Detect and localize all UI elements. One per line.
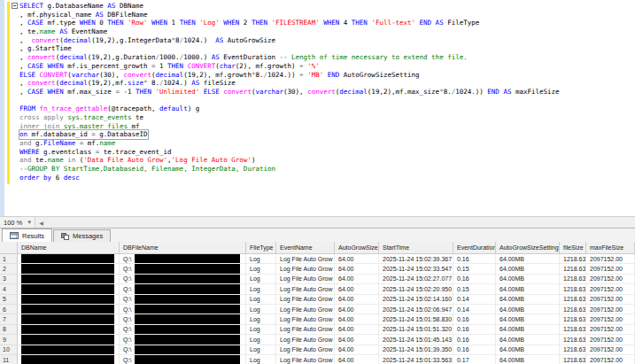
cell-eventname[interactable]: Log File Auto Grow <box>276 264 335 274</box>
row-number[interactable]: 10 <box>0 345 18 355</box>
cell-dbfilename[interactable]: Q:\ <box>120 345 246 355</box>
cell-filetype[interactable]: Log <box>246 254 276 264</box>
column-header-EventName[interactable]: EventName <box>276 242 335 253</box>
cell-eventduration[interactable]: 0.16 <box>453 325 496 335</box>
cell-filesize[interactable]: 1218.63 <box>560 314 586 324</box>
code-line[interactable]: inner join sys.master_files mf <box>19 122 635 131</box>
table-row[interactable]: 9Q:\LogLog File Auto Grow64.002025-11-24… <box>0 335 635 345</box>
cell-filetype[interactable]: Log <box>246 264 276 274</box>
code-line[interactable]: ELSE CONVERT(varchar(30), convert(decima… <box>19 71 635 80</box>
cell-maxfilesize[interactable]: 2097152.00 <box>586 295 635 305</box>
cell-maxfilesize[interactable]: 2097152.00 <box>586 275 635 284</box>
cell-dbfilename[interactable]: Q:\ <box>120 264 246 274</box>
cell-filesize[interactable]: 1218.63 <box>560 295 586 305</box>
cell-dbname[interactable] <box>18 295 120 305</box>
cell-autogrowsizesetting[interactable]: 64.00MB <box>496 314 560 324</box>
cell-eventname[interactable]: Log File Auto Grow <box>276 254 335 264</box>
row-number[interactable]: 2 <box>0 264 18 274</box>
code-line[interactable]: cross apply sys.trace_events te <box>19 113 635 122</box>
horizontal-scrollbar[interactable]: ◀ <box>35 217 635 228</box>
cell-autogrowsizesetting[interactable]: 64.00MB <box>496 305 560 314</box>
table-row[interactable]: 11Q:\LogLog File Auto Grow64.002025-11-2… <box>0 355 635 364</box>
column-header-FileType[interactable]: FileType <box>246 242 276 253</box>
cell-filesize[interactable]: 1218.63 <box>560 335 586 345</box>
table-row[interactable]: 6Q:\LogLog File Auto Grow64.002025-11-24… <box>0 305 635 314</box>
cell-filesize[interactable]: 1218.63 <box>560 325 586 335</box>
cell-starttime[interactable]: 2025-11-24 15:01:58.830 <box>379 314 453 324</box>
cell-eventduration[interactable]: 0.14 <box>453 305 496 314</box>
cell-eventname[interactable]: Log File Auto Grow <box>276 295 335 305</box>
cell-eventduration[interactable]: 0.16 <box>453 275 496 284</box>
sql-editor[interactable]: SELECT g.DatabaseName AS DBName, mf.phys… <box>0 0 635 216</box>
cell-starttime[interactable]: 2025-11-24 15:01:33.563 <box>379 355 453 364</box>
code-line[interactable] <box>19 97 635 105</box>
cell-filetype[interactable]: Log <box>246 275 276 284</box>
cell-dbfilename[interactable]: Q:\ <box>120 295 246 305</box>
code-line[interactable]: and te.name in ('Data File Auto Grow','L… <box>19 156 635 165</box>
table-row[interactable]: 8Q:\LogLog File Auto Grow64.002025-11-24… <box>0 325 635 335</box>
code-line[interactable]: FROM fn_trace_gettable(@tracepath, defau… <box>19 105 635 113</box>
cell-filetype[interactable]: Log <box>246 314 276 324</box>
cell-autogrowsizesetting[interactable]: 64.00MB <box>496 355 560 364</box>
cell-eventduration[interactable]: 0.15 <box>453 264 496 274</box>
code-line[interactable]: --GROUP BY StartTime,Databaseid, Filenam… <box>19 165 635 174</box>
cell-autogrowsize[interactable]: 64.00 <box>335 355 379 364</box>
column-header-DBName[interactable]: DBName <box>18 242 120 253</box>
cell-filesize[interactable]: 1218.63 <box>560 345 586 355</box>
scrollbar-track[interactable] <box>47 217 635 228</box>
cell-eventname[interactable]: Log File Auto Grow <box>276 325 335 335</box>
row-number[interactable]: 7 <box>0 314 18 324</box>
cell-autogrowsize[interactable]: 64.00 <box>335 264 379 274</box>
cell-dbfilename[interactable]: Q:\ <box>120 325 246 335</box>
code-line[interactable]: , convert(decimal(19,2),mf.size* 8./1024… <box>19 79 635 88</box>
row-number[interactable]: 11 <box>0 355 18 364</box>
tab-messages[interactable]: Messages <box>53 229 111 242</box>
column-header-AutoGrowSize[interactable]: AutoGrowSize <box>335 242 379 253</box>
cell-autogrowsize[interactable]: 64.00 <box>335 335 379 345</box>
cell-dbname[interactable] <box>18 345 120 355</box>
cell-dbname[interactable] <box>18 264 120 274</box>
cell-autogrowsizesetting[interactable]: 64.00MB <box>496 254 560 264</box>
cell-filetype[interactable]: Log <box>246 335 276 345</box>
cell-filesize[interactable]: 1218.63 <box>560 305 586 314</box>
cell-dbname[interactable] <box>18 314 120 324</box>
code-line[interactable]: , convert(decimal(19,2),g.Duration/1000.… <box>19 53 635 62</box>
table-row[interactable]: 2Q:\LogLog File Auto Grow64.002025-11-24… <box>0 264 635 274</box>
sql-code[interactable]: SELECT g.DatabaseName AS DBName, mf.phys… <box>19 2 635 182</box>
code-line-current[interactable]: on mf.database_id = g.DatabaseID <box>19 130 635 139</box>
cell-eventname[interactable]: Log File Auto Grow <box>276 305 335 314</box>
cell-starttime[interactable]: 2025-11-24 15:01:51.320 <box>379 325 453 335</box>
row-number[interactable]: 9 <box>0 335 18 345</box>
cell-filetype[interactable]: Log <box>246 355 276 364</box>
code-line[interactable]: , te.name AS EventName <box>19 27 635 36</box>
code-line[interactable]: and g.FileName = mf.name <box>19 139 635 148</box>
cell-eventduration[interactable]: 0.14 <box>453 295 496 305</box>
column-header-maxFileSize[interactable]: maxFileSize <box>586 242 635 253</box>
cell-dbname[interactable] <box>18 335 120 345</box>
cell-dbfilename[interactable]: Q:\ <box>120 335 246 345</box>
code-line[interactable]: , CASE WHEN mf.max_size = -1 THEN 'Unlim… <box>19 88 635 97</box>
cell-filesize[interactable]: 1218.63 <box>560 254 586 264</box>
cell-maxfilesize[interactable]: 2097152.00 <box>586 345 635 355</box>
column-header-DBFileName[interactable]: DBFileName <box>120 242 246 253</box>
cell-autogrowsizesetting[interactable]: 64.00MB <box>496 284 560 294</box>
cell-eventduration[interactable]: 0.17 <box>453 355 496 364</box>
cell-filesize[interactable]: 1218.63 <box>560 355 586 364</box>
collapse-region-icon[interactable] <box>12 3 18 9</box>
code-line[interactable]: , CASE mf.type WHEN 0 THEN 'Row' WHEN 1 … <box>19 19 635 27</box>
cell-eventduration[interactable]: 0.16 <box>453 345 496 355</box>
cell-filetype[interactable]: Log <box>246 295 276 305</box>
cell-dbfilename[interactable]: Q:\ <box>120 305 246 314</box>
row-number[interactable]: 8 <box>0 325 18 335</box>
table-row[interactable]: 5Q:\LogLog File Auto Grow64.002025-11-24… <box>0 295 635 305</box>
cell-eventname[interactable]: Log File Auto Grow <box>276 314 335 324</box>
cell-starttime[interactable]: 2025-11-24 15:02:14.160 <box>379 295 453 305</box>
cell-filesize[interactable]: 1218.63 <box>560 275 586 284</box>
cell-eventduration[interactable]: 0.16 <box>453 314 496 324</box>
cell-starttime[interactable]: 2025-11-24 15:02:33.547 <box>379 264 453 274</box>
column-header-AutoGrowSizeSetting[interactable]: AutoGrowSizeSetting <box>496 242 560 253</box>
cell-eventname[interactable]: Log File Auto Grow <box>276 275 335 284</box>
cell-autogrowsizesetting[interactable]: 64.00MB <box>496 295 560 305</box>
cell-eventname[interactable]: Log File Auto Grow <box>276 355 335 364</box>
cell-starttime[interactable]: 2025-11-24 15:02:27.077 <box>379 275 453 284</box>
